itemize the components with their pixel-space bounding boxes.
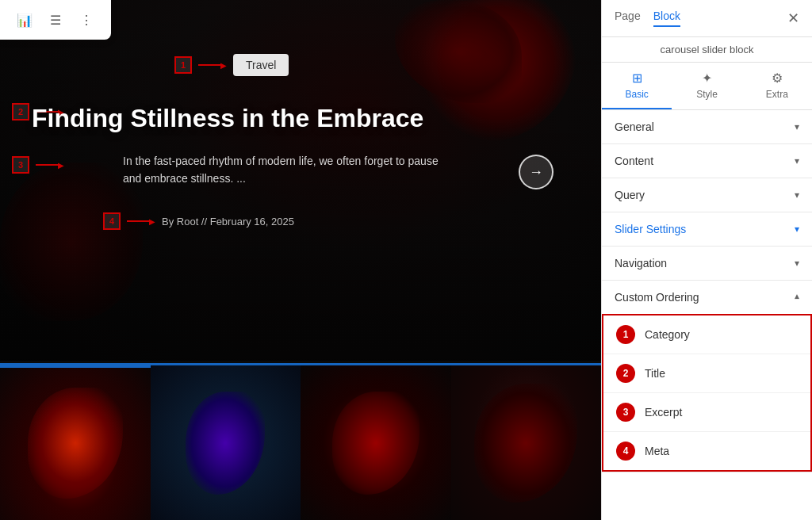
toolbar-icon-chart[interactable]: 📊: [12, 7, 37, 32]
annotation-number-3: 3: [12, 156, 29, 174]
chevron-query: ▾: [795, 189, 799, 201]
hero-excerpt: In the fast-paced rhythm of modern life,…: [123, 152, 456, 188]
accordion-label-general: General: [615, 120, 654, 133]
travel-badge: Travel: [233, 54, 289, 76]
accordion-label-custom-ordering: Custom Ordering: [615, 291, 699, 304]
ordering-item-2[interactable]: 2 Title: [603, 354, 810, 393]
thumb-2[interactable]: [151, 365, 301, 520]
toolbar: 📊 ☰ ⋮: [0, 0, 111, 40]
sub-tab-basic[interactable]: ⊞ Basic: [602, 63, 672, 109]
nav-next-button[interactable]: →: [519, 155, 553, 189]
thumb-4[interactable]: [451, 365, 602, 520]
annotation-number-2: 2: [12, 103, 29, 120]
ordering-label-excerpt: Excerpt: [645, 406, 682, 419]
sub-tab-basic-label: Basic: [625, 89, 648, 100]
ordering-item-3[interactable]: 3 Excerpt: [603, 393, 810, 432]
hero-meta: By Root // February 16, 2025: [162, 216, 294, 228]
annotation-arrow-3: [36, 161, 64, 170]
sub-tab-extra-label: Extra: [766, 89, 788, 100]
toolbar-icon-more[interactable]: ⋮: [74, 7, 99, 32]
accordion-label-slider: Slider Settings: [615, 223, 686, 235]
accordion-label-query: Query: [615, 189, 645, 201]
ordering-item-1[interactable]: 1 Category: [603, 315, 810, 354]
chevron-general: ▾: [795, 121, 799, 132]
sub-tab-style-label: Style: [696, 89, 718, 100]
ordering-number-1: 1: [616, 325, 635, 344]
annotation-number-1: 1: [174, 56, 192, 74]
sub-tabs: ⊞ Basic ✦ Style ⚙ Extra: [602, 63, 812, 110]
thumb-1[interactable]: [0, 365, 151, 520]
ordering-number-3: 3: [616, 403, 635, 422]
tab-block[interactable]: Block: [653, 10, 680, 27]
right-panel: Page Block ✕ carousel slider block ⊞ Bas…: [601, 0, 812, 520]
ordering-label-title: Title: [645, 367, 665, 380]
chevron-navigation: ▾: [795, 258, 799, 269]
panel-tabs: Page Block: [615, 10, 680, 27]
block-label: carousel slider block: [602, 37, 812, 63]
accordion-header-custom-ordering[interactable]: Custom Ordering ▾: [602, 281, 812, 314]
custom-ordering-body: 1 Category 2 Title 3 Excerpt 4 Meta: [602, 314, 812, 472]
tab-page[interactable]: Page: [615, 10, 641, 27]
thumb-3[interactable]: [301, 365, 451, 520]
accordion-query: Query ▾: [602, 178, 812, 212]
chevron-slider: ▾: [795, 224, 799, 235]
style-icon: ✦: [702, 71, 712, 86]
ordering-item-4[interactable]: 4 Meta: [603, 432, 810, 470]
thumbnail-strip: [0, 365, 601, 520]
annotation-1: 1 Travel: [174, 54, 289, 76]
blue-separator: [0, 363, 601, 365]
extra-icon: ⚙: [772, 71, 783, 86]
accordion-navigation: Navigation ▾: [602, 247, 812, 281]
accordion-content: Content ▾: [602, 144, 812, 178]
annotation-arrow-4: [127, 217, 155, 226]
accordion-slider-settings: Slider Settings ▾: [602, 212, 812, 247]
canvas-area: 📊 ☰ ⋮ 1 Travel 2 Finding Stillness in th…: [0, 0, 601, 520]
ordering-label-category: Category: [645, 328, 690, 341]
annotation-arrow-1: [198, 61, 227, 70]
close-button[interactable]: ✕: [787, 11, 799, 25]
annotation-number-4: 4: [103, 212, 121, 230]
hero-title: Finding Stillness in the Embrace: [32, 103, 423, 133]
panel-header: Page Block ✕: [602, 0, 812, 37]
accordion-general: General ▾: [602, 110, 812, 144]
accordion-label-navigation: Navigation: [615, 257, 667, 270]
accordion-label-content: Content: [615, 155, 653, 167]
toolbar-icon-menu[interactable]: ☰: [43, 7, 68, 32]
basic-icon: ⊞: [632, 71, 642, 86]
ordering-number-4: 4: [616, 442, 635, 461]
chevron-content: ▾: [795, 155, 799, 166]
ordering-number-2: 2: [616, 364, 635, 383]
accordion-custom-ordering: Custom Ordering ▾ 1 Category 2 Title 3 E…: [602, 281, 812, 472]
accordion-header-general[interactable]: General ▾: [602, 110, 812, 143]
sub-tab-extra[interactable]: ⚙ Extra: [742, 63, 812, 109]
sub-tab-style[interactable]: ✦ Style: [672, 63, 741, 109]
accordion-list: General ▾ Content ▾ Query ▾ Slider Setti…: [602, 110, 812, 520]
accordion-header-navigation[interactable]: Navigation ▾: [602, 247, 812, 280]
ordering-label-meta: Meta: [645, 445, 669, 457]
accordion-header-query[interactable]: Query ▾: [602, 178, 812, 212]
accordion-header-slider[interactable]: Slider Settings ▾: [602, 212, 812, 246]
accordion-header-content[interactable]: Content ▾: [602, 144, 812, 178]
chevron-custom-ordering: ▾: [795, 292, 799, 303]
